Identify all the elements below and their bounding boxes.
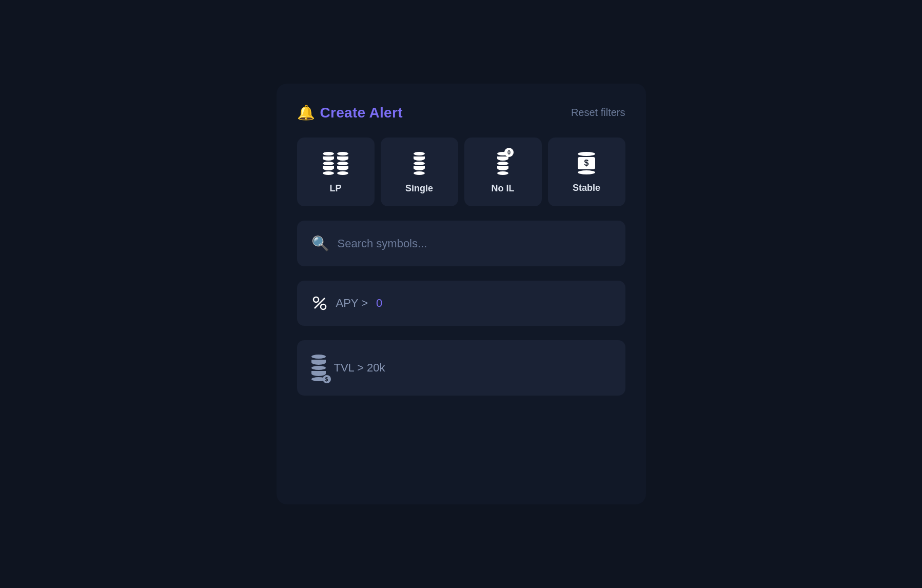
header: 🔔 Create Alert Reset filters bbox=[297, 104, 625, 121]
lp-icon bbox=[323, 152, 348, 175]
search-icon: 🔍 bbox=[311, 235, 329, 252]
main-panel: 🔔 Create Alert Reset filters bbox=[277, 84, 646, 504]
filter-card-no-il[interactable]: 0 No IL bbox=[464, 138, 542, 206]
bell-icon: 🔔 bbox=[297, 104, 315, 121]
search-bar[interactable]: 🔍 bbox=[297, 221, 625, 266]
filter-card-lp[interactable]: LP bbox=[297, 138, 375, 206]
svg-point-0 bbox=[313, 297, 319, 302]
header-left: 🔔 Create Alert bbox=[297, 104, 403, 121]
filter-card-single[interactable]: Single bbox=[381, 138, 458, 206]
tvl-icon: $ bbox=[311, 355, 326, 381]
reset-filters-button[interactable]: Reset filters bbox=[571, 107, 625, 119]
search-input[interactable] bbox=[338, 237, 611, 250]
filter-cards-group: LP Single bbox=[297, 138, 625, 206]
apy-filter-row[interactable]: APY > 0 bbox=[297, 281, 625, 326]
tvl-filter-row[interactable]: $ TVL > 20k bbox=[297, 340, 625, 396]
single-icon bbox=[414, 152, 425, 175]
no-il-icon: 0 bbox=[497, 152, 508, 175]
apy-value: 0 bbox=[376, 297, 382, 310]
page-title: Create Alert bbox=[320, 105, 403, 121]
tvl-label: TVL > 20k bbox=[334, 361, 385, 375]
apy-icon bbox=[311, 295, 328, 311]
stable-icon: $ bbox=[578, 152, 595, 174]
lp-label: LP bbox=[329, 183, 341, 194]
svg-line-2 bbox=[315, 298, 325, 308]
filter-card-stable[interactable]: $ Stable bbox=[548, 138, 625, 206]
single-label: Single bbox=[405, 183, 433, 194]
stable-label: Stable bbox=[573, 183, 600, 193]
svg-point-1 bbox=[321, 304, 326, 309]
apy-label: APY > bbox=[336, 297, 368, 310]
no-il-label: No IL bbox=[492, 183, 515, 194]
